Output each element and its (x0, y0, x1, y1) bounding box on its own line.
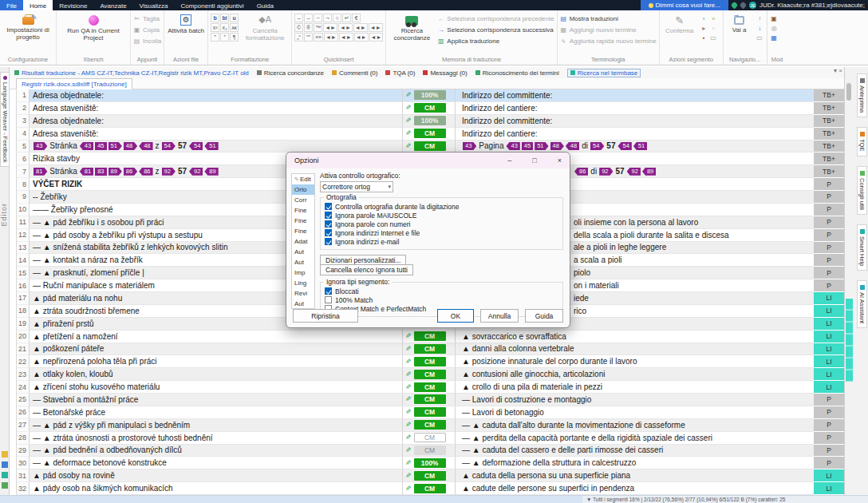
glyph-button[interactable]: x₂ (220, 23, 229, 32)
segment-row[interactable]: 23▲ otlaky kolen, kloubů✎CM▲ contusioni … (17, 368, 844, 381)
segment-row[interactable]: 32▲ pády osob na šikmých komunikacích✎CM… (17, 482, 844, 495)
dialog-nav-item[interactable]: Aut (292, 247, 314, 257)
minimize-icon[interactable]: – (507, 156, 511, 164)
paste-button[interactable]: ▤Incolla (133, 36, 161, 46)
mini-action-icon[interactable]: ▫ (709, 24, 718, 33)
source-cell[interactable]: — ▲ pád bednění a odbedňovaných dílců (30, 445, 403, 457)
pane-tab[interactable]: Ricerca nel termbase (567, 69, 641, 77)
segment-row[interactable]: 25— Stavební a montážní práce✎CM— Lavori… (17, 394, 844, 406)
target-cell[interactable]: ▲ danni alla colonna vertebrale (456, 343, 814, 356)
ribbon-tab-home[interactable]: Home (23, 0, 53, 10)
pane-tab[interactable]: Commenti (0) (332, 69, 377, 77)
clear-ignore-list-button[interactable]: Cancella elenco Ignora tutti (320, 264, 413, 275)
glyph-button[interactable]: x² (211, 23, 219, 32)
ok-button[interactable]: OK (437, 309, 474, 323)
glyph-button[interactable]: ◄► (369, 33, 384, 42)
segment-row[interactable]: 27— ▲ pád z výšky při manipulaci s bedně… (17, 419, 844, 432)
dialog-nav-item[interactable]: Adat (292, 236, 314, 247)
document-tab[interactable]: Registr rizik.docx.sdlxliff [Traduzione] (16, 78, 132, 89)
glyph-button[interactable]: ○ (333, 14, 341, 22)
checkbox-row[interactable]: 100% Match (325, 295, 558, 304)
pane-tab[interactable]: Riconoscimento dei termini (475, 69, 559, 77)
source-cell[interactable]: 43Stránka4345514848z54575451 (30, 141, 403, 153)
dock-icon[interactable] (2, 451, 8, 457)
glyph-button[interactable]: b (211, 14, 219, 22)
checkbox-row[interactable]: Ignora parole MAIUSCOLE (325, 211, 558, 220)
checkbox-row[interactable]: Ignora indirizzi e-mail (325, 237, 558, 246)
source-cell[interactable]: ▲ pády osob na šikmých komunikacích (30, 482, 403, 495)
ribbon-tab-file[interactable]: File (0, 0, 23, 10)
source-cell[interactable]: ▲ poškození páteře (30, 343, 403, 356)
segment-row[interactable]: 543Stránka4345514848z54575451✎CM43Pagina… (17, 141, 844, 153)
source-cell[interactable]: Adresa staveniště: (30, 128, 403, 141)
target-cell[interactable]: ▲ sovraccarico e sovraffatica (456, 331, 814, 343)
target-cell[interactable]: Indirizzo del committente: (456, 89, 814, 102)
close-icon[interactable]: × (558, 156, 562, 164)
project-settings-button[interactable]: Impostazioni di progetto (2, 12, 53, 53)
target-cell[interactable]: — ▲ caduta dall'alto durante la moviment… (456, 419, 814, 432)
quick-add-term[interactable]: ϟAggiunta rapida nuovo termine (560, 36, 657, 46)
source-cell[interactable]: ▲ nepřirozená poloha těla při práci (30, 355, 403, 368)
mini-action-icon[interactable]: ↓ (756, 24, 764, 33)
source-cell[interactable]: Adresa staveniště: (30, 102, 403, 115)
target-cell[interactable]: — Lavori di costruzione e montaggio (456, 394, 814, 406)
glyph-button[interactable]: ᴀᴋ (230, 23, 239, 32)
help-button[interactable]: Guida (525, 309, 563, 323)
dock-icon[interactable] (2, 482, 8, 489)
target-cell[interactable]: 43Pagina4345514848di54575451 (456, 141, 814, 153)
cancel-button[interactable]: Annulla (480, 309, 519, 323)
dialog-nav-list[interactable]: ✎EditOrtoCorrFineFineFineAdatAutAutImpLi… (291, 173, 315, 309)
glyph-button[interactable]: ◄► (324, 33, 338, 42)
scrollbar-thumb[interactable] (846, 83, 851, 101)
source-cell[interactable]: ▲ pád osoby na rovině (30, 469, 403, 482)
checkbox-row[interactable]: Ignora parole con numeri (325, 220, 558, 228)
go-to-button[interactable]: Vai a (726, 12, 753, 53)
glyph-button[interactable]: ◄► (353, 23, 368, 32)
source-cell[interactable]: — ▲ deformace betonové konstrukce (30, 457, 403, 469)
source-cell[interactable]: — ▲ pád z výšky při manipulaci s bednění… (30, 419, 403, 432)
glyph-button[interactable]: bi (220, 14, 229, 22)
segment-row[interactable]: 21▲ poškození páteře✎CM▲ danni alla colo… (17, 343, 844, 356)
avatar[interactable]: JE (749, 2, 756, 9)
dialog-nav-item[interactable]: Fine (292, 216, 314, 226)
run-qa-button[interactable]: Run QA in Current Project (59, 12, 128, 53)
glyph-button[interactable]: ¬ (323, 14, 332, 22)
dialog-nav-item[interactable]: ✎Edit (292, 174, 314, 184)
apply-translation[interactable]: ▥Applica traduzione (437, 36, 554, 46)
glyph-button[interactable]: u (230, 14, 239, 22)
mini-action-icon[interactable]: ↑ (756, 14, 764, 23)
target-cell[interactable]: — ▲ caduta del cassero e delle parti rim… (456, 445, 814, 457)
pane-tab[interactable]: Risultati traduzione - AMS CZ-IT,Technik… (14, 69, 249, 77)
segment-row[interactable]: 29— ▲ pád bednění a odbedňovaných dílců✎… (17, 445, 844, 457)
segment-row[interactable]: 4Adresa staveniště:✎CMIndirizzo del cant… (17, 128, 844, 141)
glyph-button[interactable]: © (294, 23, 303, 32)
dialog-title-bar[interactable]: Opzioni – □ × (286, 152, 570, 168)
pin-dark-icon[interactable] (739, 2, 747, 10)
dialog-nav-item[interactable]: Orto (292, 184, 314, 195)
target-cell[interactable]: — Lavori di betonaggio (456, 406, 814, 419)
target-cell[interactable]: — ▲ perdita della capacità portante e de… (456, 432, 814, 445)
glyph-button[interactable]: ↵ (342, 14, 351, 22)
source-cell[interactable]: ▲ přetížení a namožení (30, 331, 403, 343)
pin-icon[interactable] (730, 2, 738, 10)
glyph-button[interactable]: ¶ (230, 33, 239, 42)
glyph-button[interactable]: ◄► (369, 23, 383, 32)
source-cell[interactable]: Adresa objednatele: (30, 115, 403, 128)
glyph-button[interactable]: ™ (314, 23, 322, 32)
ribbon-tab-componenti-aggiuntivi[interactable]: Componenti aggiuntivi (174, 0, 250, 10)
mini-action-icon[interactable]: » (709, 14, 718, 23)
source-cell[interactable]: — ▲ ztráta únosnosti a prostorové tuhost… (30, 432, 403, 445)
glyph-button[interactable]: ◄► (339, 33, 353, 42)
source-cell[interactable]: Adresa objednatele: (30, 89, 403, 102)
spell-checker-dropdown[interactable]: Correttore ortog ▾ (320, 181, 393, 192)
checkbox[interactable] (325, 229, 332, 236)
user-area[interactable]: JE JUDr. Klaacute;ra #381;ejdlovaacute; (728, 0, 868, 10)
target-cell[interactable]: ▲ posizione innaturale del corpo durante… (456, 355, 814, 368)
pane-tab[interactable]: Messaggi (0) (423, 69, 467, 77)
segment-row[interactable]: 24▲ zřícení stohu kusového materiálu✎CM▲… (17, 381, 844, 394)
language-weaver-tab[interactable]: Language Weaver - Feedback (0, 72, 10, 167)
dialog-nav-item[interactable]: Aut (292, 299, 314, 309)
target-cell[interactable]: Indirizzo del committente: (456, 115, 814, 128)
checkbox-row[interactable]: Ignora indirizzi Internet e file (325, 228, 558, 237)
right-tab-anteprima[interactable]: Anteprima (857, 73, 867, 117)
